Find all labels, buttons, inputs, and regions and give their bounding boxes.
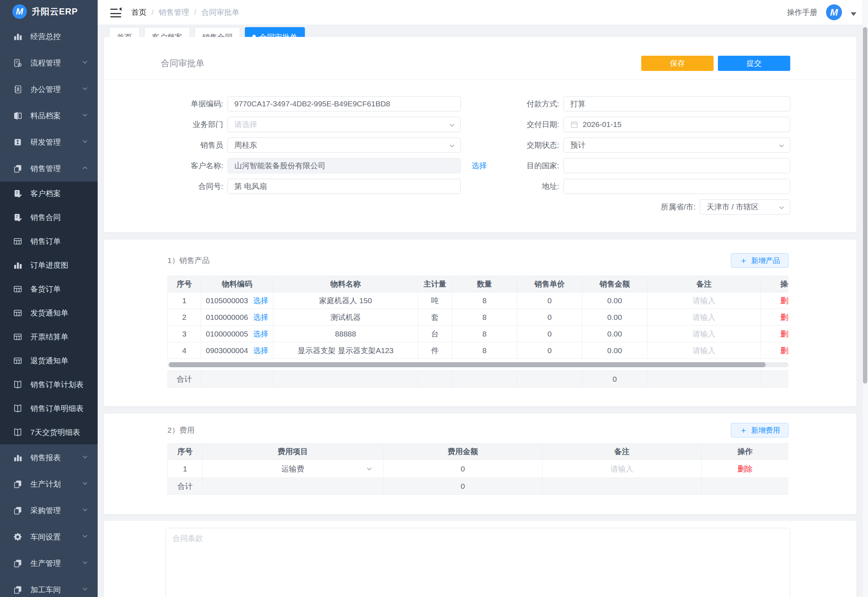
- chevron-up-icon: [82, 164, 88, 173]
- field-value: 天津市 / 市辖区: [707, 202, 759, 212]
- submit-button[interactable]: 提交: [718, 56, 790, 71]
- sidebar-item-客户档案[interactable]: 客户档案: [0, 182, 98, 205]
- fee-amount-cell[interactable]: 0: [384, 460, 542, 478]
- doc-code-field[interactable]: 9770CA17-3497-4DB2-995E-B49E9CF61BD8: [228, 96, 461, 111]
- add-fee-button[interactable]: ＋ 新增费用: [731, 423, 788, 437]
- contract-no-field[interactable]: 第 电风扇: [228, 179, 461, 194]
- sidebar-item-销售订单明细表[interactable]: 销售订单明细表: [0, 397, 98, 420]
- breadcrumb-separator: /: [151, 8, 154, 16]
- sidebar-item-销售订单[interactable]: 销售订单: [0, 229, 98, 253]
- price-cell[interactable]: 0: [517, 342, 582, 359]
- add-product-button[interactable]: ＋ 新增产品: [731, 253, 788, 268]
- sidebar-item-label: 退货通知单: [30, 356, 88, 366]
- sidebar-item-销售订单计划表[interactable]: 销售订单计划表: [0, 373, 98, 397]
- sidebar-item-加工车间[interactable]: 加工车间: [0, 576, 98, 597]
- qty-cell[interactable]: 8: [452, 293, 517, 309]
- price-cell[interactable]: 0: [517, 293, 582, 309]
- select-material-link[interactable]: 选择: [253, 296, 268, 304]
- fee-item-cell[interactable]: 运输费: [203, 460, 384, 478]
- business-dept-select[interactable]: 请选择: [228, 117, 461, 132]
- select-material-link[interactable]: 选择: [253, 313, 268, 321]
- sidebar-item-经营总控[interactable]: 经营总控: [0, 23, 98, 50]
- sidebar-item-label: 流程管理: [30, 58, 74, 68]
- chevron-down-icon[interactable]: [851, 12, 856, 16]
- horizontal-scrollbar[interactable]: [167, 362, 788, 367]
- sidebar-item-料品档案[interactable]: 料品档案: [0, 102, 98, 129]
- sidebar-item-销售管理[interactable]: 销售管理: [0, 155, 98, 182]
- sidebar-item-备货订单[interactable]: 备货订单: [0, 277, 98, 301]
- delivery-status-select[interactable]: 预计: [563, 138, 790, 153]
- delete-row-link[interactable]: 删除: [781, 346, 789, 355]
- delivery-date-field[interactable]: 2026-01-15: [563, 117, 790, 132]
- note-cell[interactable]: 请输入: [647, 309, 761, 326]
- user-avatar-m-icon[interactable]: M: [826, 4, 842, 20]
- terms-section: [104, 521, 856, 597]
- delete-row-link[interactable]: 删除: [738, 465, 752, 473]
- customer-name-field[interactable]: 山河智能装备股份有限公司: [228, 158, 461, 173]
- qty-cell[interactable]: 8: [452, 342, 517, 359]
- save-button[interactable]: 保存: [641, 56, 714, 71]
- sidebar-item-退货通知单[interactable]: 退货通知单: [0, 349, 98, 373]
- note-cell[interactable]: 请输入: [647, 293, 761, 309]
- form-label: 目的国家:: [460, 160, 559, 171]
- note-cell[interactable]: 请输入: [647, 326, 761, 342]
- qty-cell[interactable]: 8: [452, 309, 517, 326]
- sidebar-item-label: 销售合同: [30, 212, 88, 223]
- payment-method-field[interactable]: 打算: [563, 96, 790, 111]
- horizontal-scrollbar-thumb[interactable]: [169, 362, 766, 367]
- select-material-link[interactable]: 选择: [253, 330, 268, 338]
- products-col-header: 数量: [452, 276, 517, 293]
- address-field[interactable]: [563, 179, 790, 194]
- delete-row-link[interactable]: 删除: [781, 330, 789, 338]
- delete-row-link[interactable]: 删除: [781, 313, 789, 321]
- contract-terms-textarea[interactable]: [166, 528, 790, 597]
- total-amount: 0: [384, 478, 542, 495]
- sidebar-item-流程管理[interactable]: 流程管理: [0, 50, 98, 76]
- menu-fold-icon[interactable]: [110, 7, 122, 17]
- tab-销售合同[interactable]: 销售合同: [195, 27, 240, 37]
- qty-cell[interactable]: 8: [452, 326, 517, 342]
- field-value: 山河智能装备股份有限公司: [234, 160, 326, 171]
- sidebar-item-研发管理[interactable]: 研发管理: [0, 129, 98, 155]
- note-cell[interactable]: 请输入: [542, 460, 702, 478]
- topbar: 首页/销售管理/合同审批单 操作手册 M: [98, 0, 868, 25]
- salesperson-select[interactable]: 周桂东: [228, 138, 461, 153]
- tab-客户档案[interactable]: 客户档案: [144, 27, 190, 37]
- chevron-down-icon: [778, 204, 785, 213]
- tab-合同审批单[interactable]: 合同审批单: [245, 27, 305, 37]
- sidebar-item-办公管理[interactable]: 办公管理: [0, 76, 98, 102]
- price-cell[interactable]: 0: [517, 326, 582, 342]
- form-label: 业务部门: [104, 119, 223, 129]
- sidebar-item-订单进度图[interactable]: 订单进度图: [0, 253, 98, 277]
- breadcrumb-item[interactable]: 合同审批单: [201, 7, 239, 17]
- products-section: 1）销售产品 ＋ 新增产品 序号物料编码物料名称主计量数量销售单价销售金额备注操…: [104, 239, 856, 406]
- field-value: 周桂东: [234, 140, 257, 150]
- fees-section: 2）费用 ＋ 新增费用 序号费用项目费用金额备注操作1运输费0请输入删除合计0: [104, 414, 856, 514]
- sidebar-item-label: 经营总控: [30, 31, 88, 42]
- note-cell[interactable]: 请输入: [647, 342, 761, 359]
- fees-col-header: 费用项目: [203, 444, 384, 460]
- page-scrollbar-track[interactable]: [862, 0, 868, 597]
- page-scrollbar-thumb[interactable]: [863, 27, 867, 383]
- sidebar-item-发货通知单[interactable]: 发货通知单: [0, 301, 98, 325]
- sidebar-item-开票结算单[interactable]: 开票结算单: [0, 325, 98, 349]
- breadcrumb-item[interactable]: 销售管理: [159, 7, 189, 17]
- sidebar-item-采购管理[interactable]: 采购管理: [0, 497, 98, 524]
- sidebar-item-7天交货明细表[interactable]: 7天交货明细表: [0, 420, 98, 444]
- sidebar-item-生产管理[interactable]: 生产管理: [0, 550, 98, 576]
- destination-country-field[interactable]: [563, 158, 790, 173]
- select-material-link[interactable]: 选择: [253, 346, 268, 355]
- province-city-cascader[interactable]: 天津市 / 市辖区: [700, 199, 790, 215]
- breadcrumb-item[interactable]: 首页: [131, 7, 147, 17]
- delete-row-link[interactable]: 删除: [781, 296, 789, 304]
- sidebar-item-label: 销售订单明细表: [30, 404, 88, 414]
- tab-首页[interactable]: 首页: [109, 27, 139, 37]
- price-cell[interactable]: 0: [517, 309, 582, 326]
- sidebar-item-销售报表[interactable]: 销售报表: [0, 444, 98, 471]
- manual-link[interactable]: 操作手册: [787, 7, 818, 17]
- pages-icon: [13, 558, 22, 568]
- sidebar-item-销售合同[interactable]: 销售合同: [0, 205, 98, 229]
- sidebar-item-生产计划[interactable]: 生产计划: [0, 471, 98, 497]
- sidebar-item-车间设置[interactable]: 车间设置: [0, 524, 98, 550]
- row-index: 4: [168, 342, 201, 359]
